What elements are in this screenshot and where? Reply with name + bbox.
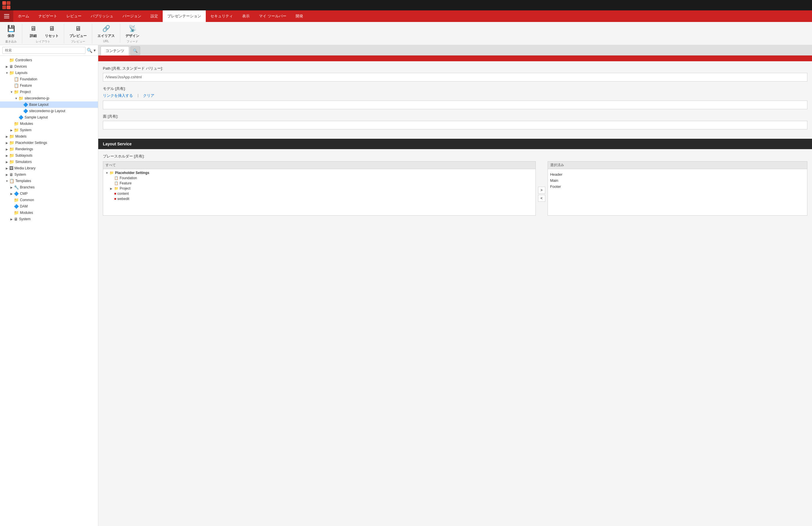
content-tabs: コンテンツ 🔍 bbox=[98, 45, 812, 56]
tree-item-foundation[interactable]: 📋 Foundation bbox=[0, 76, 98, 82]
device-icon: 🖥 bbox=[9, 64, 13, 69]
menu-item-security[interactable]: セキュリティ bbox=[206, 10, 237, 22]
path-label: Path [共有, スタンダード バリュー]: bbox=[103, 66, 807, 71]
reset-button[interactable]: 🖥 リセット bbox=[42, 24, 61, 40]
content-body: Path [共有, スタンダード バリュー]: /Views/JssApp.cs… bbox=[98, 56, 812, 526]
placeholder-all-body: ▼ 📁 Placeholder Settings 📋 Foundation bbox=[103, 169, 535, 215]
ph-tree-item-content[interactable]: ■ content bbox=[104, 191, 534, 196]
tree-item-renderings[interactable]: ▶ 📁 Renderings bbox=[0, 146, 98, 152]
search-input[interactable] bbox=[2, 47, 86, 54]
move-right-button[interactable]: > bbox=[538, 187, 545, 194]
tree-item-simulators[interactable]: ▶ 📁 Simulators bbox=[0, 159, 98, 165]
alias-button[interactable]: 🔗 エイリアス bbox=[95, 24, 118, 40]
tree-item-branches[interactable]: ▶ 🔧 Branches bbox=[0, 184, 98, 190]
layout-icon: 🔷 bbox=[18, 115, 24, 120]
toolbar-group-preview: 🖥 プレビュー プレビュー bbox=[67, 24, 92, 44]
menu-item-my-toolbar[interactable]: マイ ツールバー bbox=[254, 10, 291, 22]
layout-icon: 📋 bbox=[14, 83, 19, 88]
ph-tree-item-foundation[interactable]: 📋 Foundation bbox=[104, 175, 534, 181]
ph-label: Feature bbox=[120, 181, 131, 185]
detail-button[interactable]: 🖥 詳細 bbox=[25, 24, 42, 40]
dam-icon: 🔷 bbox=[14, 204, 19, 209]
ph-tree-item-feature[interactable]: 📋 Feature bbox=[104, 181, 534, 186]
tree-item-sample-layout[interactable]: 🔷 Sample Layout bbox=[0, 114, 98, 120]
menu-item-version[interactable]: バージョン bbox=[118, 10, 146, 22]
path-input[interactable]: /Views/JssApp.cshtml bbox=[103, 73, 807, 82]
save-button[interactable]: 💾 保存 bbox=[2, 24, 20, 40]
menu-item-settings[interactable]: 設定 bbox=[146, 10, 163, 22]
ph-content-icon: ■ bbox=[114, 191, 116, 196]
tree-item-devices[interactable]: ▶ 🖥 Devices bbox=[0, 63, 98, 70]
preview-button[interactable]: 🖥 プレビュー bbox=[67, 24, 90, 40]
tree-item-templates[interactable]: ▼ 📋 Templates bbox=[0, 178, 98, 184]
search-dropdown-button[interactable]: ▾ bbox=[93, 48, 96, 53]
tree-toggle: ▶ bbox=[5, 160, 9, 164]
ph-tree-item-project[interactable]: ▶ 📁 Project bbox=[104, 186, 534, 191]
menu-item-publish[interactable]: パブリッシュ bbox=[86, 10, 118, 22]
field-separator: | bbox=[137, 93, 139, 98]
ph-label: content bbox=[117, 191, 129, 196]
model-links: リンクを挿入する | クリア bbox=[103, 93, 807, 98]
menu-item-presentation[interactable]: プレゼンテーション bbox=[163, 10, 206, 22]
search-button[interactable]: 🔍 bbox=[87, 48, 92, 53]
tree-item-system-templates[interactable]: ▶ 🖥 System bbox=[0, 216, 98, 222]
menu-item-home[interactable]: ホーム bbox=[13, 10, 34, 22]
folder-icon: 📁 bbox=[14, 128, 19, 132]
menu-item-navigate[interactable]: ナビゲート bbox=[34, 10, 62, 22]
placeholder-right-panel: 選択済み Header Main Footer bbox=[548, 161, 807, 216]
layout-icon: 🔷 bbox=[23, 102, 28, 107]
placeholder-left-panel: すべて ▼ 📁 Placeholder Settings bbox=[103, 161, 536, 216]
tree-item-media-library[interactable]: ▶ 🖼 Media Library bbox=[0, 165, 98, 171]
tree-item-sitecoredemo-jp[interactable]: ▼ 📁 sitecoredemo-jp bbox=[0, 95, 98, 101]
hamburger-menu[interactable] bbox=[0, 10, 13, 22]
tree-item-modules[interactable]: 📁 Modules bbox=[0, 120, 98, 127]
folder-icon: 📁 bbox=[9, 134, 14, 139]
ph-tree-item-webedit[interactable]: ■ webedit bbox=[104, 196, 534, 201]
sidebar: 🔍 ▾ 📁 Controllers ▶ 🖥 Devices ▼ 📁 Layout… bbox=[0, 45, 98, 526]
tree-item-layouts[interactable]: ▼ 📁 Layouts bbox=[0, 70, 98, 76]
model-label: モデル [共有]: bbox=[103, 86, 807, 91]
folder-icon: 📁 bbox=[9, 71, 14, 75]
folder-icon: 📁 bbox=[14, 198, 19, 202]
menu-bar: ホーム ナビゲート レビュー パブリッシュ バージョン 設定 プレゼンテーション… bbox=[0, 10, 812, 22]
tree-item-cmp[interactable]: ▶ 🔷 CMP bbox=[0, 190, 98, 197]
folder-icon: 📁 bbox=[9, 140, 14, 145]
save-icon: 💾 bbox=[7, 25, 15, 32]
section-red-bar bbox=[98, 56, 812, 61]
tab-content[interactable]: コンテンツ bbox=[101, 46, 129, 56]
tree-item-controllers[interactable]: 📁 Controllers bbox=[0, 57, 98, 63]
menu-item-dev[interactable]: 開発 bbox=[291, 10, 308, 22]
tree-item-modules-templates[interactable]: 📁 Modules bbox=[0, 210, 98, 216]
layout-icon: 📋 bbox=[14, 77, 19, 82]
content-area: コンテンツ 🔍 Path [共有, スタンダード バリュー]: /Views/J… bbox=[98, 45, 812, 526]
tree-item-base-layout[interactable]: 🔷 Base Layout bbox=[0, 101, 98, 108]
tree-item-placeholder-settings[interactable]: ▶ 📁 Placeholder Settings bbox=[0, 140, 98, 146]
tree-item-feature[interactable]: 📋 Feature bbox=[0, 82, 98, 89]
toolbar-group-layout: 🖥 詳細 🖥 リセット レイアウト bbox=[25, 24, 64, 44]
tree-toggle: ▶ bbox=[5, 154, 9, 157]
tree-item-models[interactable]: ▶ 📁 Models bbox=[0, 133, 98, 140]
main-layout: 🔍 ▾ 📁 Controllers ▶ 🖥 Devices ▼ 📁 Layout… bbox=[0, 45, 812, 526]
tree-item-system-layouts[interactable]: ▶ 📁 System bbox=[0, 127, 98, 133]
ph-tree-item-placeholder-settings[interactable]: ▼ 📁 Placeholder Settings bbox=[104, 170, 534, 175]
tree-item-dam[interactable]: 🔷 DAM bbox=[0, 203, 98, 210]
face-input[interactable] bbox=[103, 121, 807, 129]
model-input[interactable] bbox=[103, 101, 807, 109]
face-label: 面 [共有]: bbox=[103, 114, 807, 119]
tree-item-system[interactable]: ▶ 🖥 System bbox=[0, 171, 98, 178]
tree-item-project[interactable]: ▼ 📁 Project bbox=[0, 89, 98, 95]
ph-layout-icon: 📋 bbox=[114, 176, 118, 180]
menu-item-view[interactable]: 表示 bbox=[237, 10, 254, 22]
design-button[interactable]: 📡 デザイン bbox=[122, 24, 142, 40]
tree-item-common[interactable]: 📁 Common bbox=[0, 197, 98, 203]
menu-item-review[interactable]: レビュー bbox=[62, 10, 86, 22]
tab-search[interactable]: 🔍 bbox=[130, 46, 140, 55]
alias-icon: 🔗 bbox=[102, 25, 110, 32]
tree-item-sitecoredemo-jp-layout[interactable]: 🔷 sitecoredemo-jp Layout bbox=[0, 108, 98, 114]
move-left-button[interactable]: < bbox=[538, 195, 545, 202]
tree-item-sublayouts[interactable]: ▶ 📁 Sublayouts bbox=[0, 152, 98, 159]
insert-link-button[interactable]: リンクを挿入する bbox=[103, 93, 133, 98]
folder-icon: 📁 bbox=[18, 96, 24, 101]
clear-button[interactable]: クリア bbox=[143, 93, 154, 98]
folder-icon: 📁 bbox=[14, 210, 19, 215]
